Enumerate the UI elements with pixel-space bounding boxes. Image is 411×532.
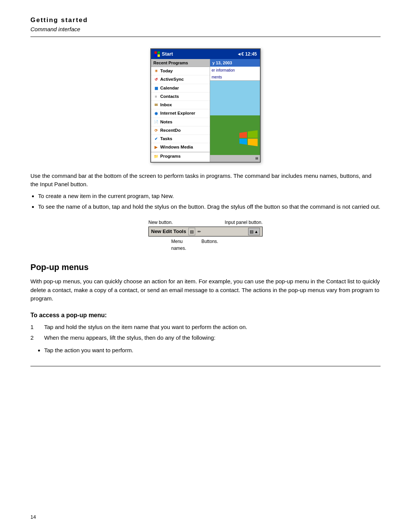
cmd-bar-icon-grid: ▤ bbox=[188, 228, 195, 236]
cmd-bar-text: New Edit Tools bbox=[151, 228, 186, 235]
section-header: Recent Programs bbox=[151, 59, 210, 67]
pda-taskbar: ▤ bbox=[210, 155, 260, 162]
menu-item-inbox[interactable]: ✉ Inbox bbox=[151, 101, 210, 109]
menu-item-ie[interactable]: ◉ Internet Explorer bbox=[151, 109, 210, 118]
wmedia-icon: ▶ bbox=[153, 145, 159, 150]
svg-rect-0 bbox=[155, 51, 157, 54]
menu-item-notes[interactable]: 📄 Notes bbox=[151, 118, 210, 126]
menu-item-today[interactable]: ☀ Today bbox=[151, 67, 210, 75]
cmd-menu-names-label: Menunames. bbox=[171, 238, 186, 252]
inbox-label: Inbox bbox=[160, 102, 172, 108]
contacts-label: Contacts bbox=[160, 93, 179, 100]
cmd-bar: New Edit Tools ▤ ✏ ▤ ▲ bbox=[148, 227, 263, 237]
body-text: Use the command bar at the bottom of the… bbox=[30, 172, 381, 211]
body-paragraph-1: Use the command bar at the bottom of the… bbox=[30, 172, 381, 189]
menu-item-programs[interactable]: 📁 Programs bbox=[151, 152, 210, 161]
menu-item-calendar[interactable]: ▦ Calendar bbox=[151, 84, 210, 93]
menu-item-contacts[interactable]: ≡ Contacts bbox=[151, 93, 210, 101]
screenshot-container: Start ◄€ 12:45 Recent Programs ☀ Today ↺… bbox=[30, 48, 381, 163]
cmd-label-new-button: New button. bbox=[148, 219, 173, 226]
bullet-item-2: To see the name of a button, tap and hol… bbox=[38, 203, 381, 211]
settings-label: Settings bbox=[160, 161, 177, 163]
tasks-icon: ✔ bbox=[153, 136, 159, 142]
cmd-sub-labels: Menunames. Buttons. bbox=[171, 238, 263, 252]
cmd-label-input-panel: Input panel button. bbox=[225, 219, 263, 226]
popup-body-text: With pop-up menus, you can quickly choos… bbox=[30, 277, 381, 303]
cmd-bar-right: ▤ ▲ bbox=[248, 228, 260, 236]
popup-subheading: To access a pop-up menu: bbox=[30, 311, 381, 320]
ie-icon: ◉ bbox=[153, 111, 159, 116]
wmedia-label: Windows Media bbox=[160, 144, 193, 150]
svg-rect-2 bbox=[155, 54, 157, 57]
start-label: Start bbox=[154, 50, 173, 58]
chapter-subtitle: Command interface bbox=[30, 25, 381, 34]
footer-rule bbox=[30, 366, 381, 366]
appts-text: ments bbox=[210, 74, 260, 81]
cmd-labels-row: New button. Input panel button. bbox=[148, 219, 263, 226]
menu-item-wmedia[interactable]: ▶ Windows Media bbox=[151, 143, 210, 152]
settings-icon: ⚙ bbox=[153, 162, 159, 162]
programs-icon: 📁 bbox=[153, 153, 159, 159]
numbered-item-2: 2 When the menu appears, lift the stylus… bbox=[30, 334, 381, 342]
bullet-item-1: To create a new item in the current prog… bbox=[38, 192, 381, 201]
page-number: 14 bbox=[30, 514, 36, 520]
activesync-label: ActiveSync bbox=[160, 76, 184, 83]
menu-item-tasks[interactable]: ✔ Tasks bbox=[151, 135, 210, 143]
inbox-icon: ✉ bbox=[153, 102, 159, 108]
notes-label: Notes bbox=[160, 119, 172, 125]
menu-item-recentdo[interactable]: ⟳ RecentDo bbox=[151, 126, 210, 135]
ie-label: Internet Explorer bbox=[160, 110, 195, 117]
numbered-list: 1 Tap and hold the stylus on the item na… bbox=[30, 323, 381, 342]
cmd-diagram-inner: New button. Input panel button. New Edit… bbox=[148, 219, 263, 252]
recentdo-icon: ⟳ bbox=[153, 128, 159, 133]
date-bar: y 13, 2003 bbox=[210, 59, 260, 67]
popup-bullet-list: Tap the action you want to perform. bbox=[44, 346, 381, 355]
windows-flag-icon bbox=[154, 51, 160, 57]
popup-section-heading: Pop-up menus bbox=[30, 261, 381, 273]
step-text-2: When the menu appears, lift the stylus, … bbox=[44, 334, 215, 342]
start-text: Start bbox=[162, 50, 173, 58]
header-divider bbox=[30, 37, 381, 37]
step-text-1: Tap and hold the stylus on the item name… bbox=[44, 323, 247, 332]
menu-item-settings[interactable]: ⚙ Settings bbox=[151, 161, 210, 163]
recentdo-label: RecentDo bbox=[160, 127, 181, 134]
cmd-input-panel-icon: ▤ bbox=[250, 228, 253, 235]
contacts-icon: ≡ bbox=[153, 94, 159, 99]
svg-rect-3 bbox=[158, 54, 160, 57]
today-icon: ☀ bbox=[153, 69, 159, 74]
programs-label: Programs bbox=[160, 153, 181, 160]
step-number-1: 1 bbox=[30, 323, 38, 332]
taskbar-icon: ▤ bbox=[255, 156, 258, 161]
chapter-title: Getting started bbox=[30, 15, 381, 25]
popup-bullet-1: Tap the action you want to perform. bbox=[44, 346, 381, 355]
time-text: ◄€ 12:45 bbox=[237, 51, 257, 58]
bullet-list: To create a new item in the current prog… bbox=[38, 192, 381, 211]
pda-desktop: y 13, 2003 er information ments ▤ bbox=[210, 59, 260, 162]
calendar-label: Calendar bbox=[160, 85, 179, 91]
cmd-input-panel-arrow: ▲ bbox=[254, 228, 258, 235]
cmd-buttons-label: Buttons. bbox=[201, 238, 218, 252]
numbered-item-1: 1 Tap and hold the stylus on the item na… bbox=[30, 323, 381, 332]
activesync-icon: ↺ bbox=[153, 77, 159, 82]
windows-logo-icon bbox=[239, 129, 258, 147]
pda-screen: Start ◄€ 12:45 Recent Programs ☀ Today ↺… bbox=[150, 48, 261, 163]
menu-item-activesync[interactable]: ↺ ActiveSync bbox=[151, 75, 210, 84]
page-footer: 14 bbox=[30, 513, 36, 521]
notes-icon: 📄 bbox=[153, 119, 159, 125]
cmd-bar-icon-pencil: ✏ bbox=[198, 228, 201, 235]
popup-paragraph: With pop-up menus, you can quickly choos… bbox=[30, 277, 381, 303]
pda-titlebar: Start ◄€ 12:45 bbox=[151, 49, 260, 59]
step-number-2: 2 bbox=[30, 334, 38, 342]
pda-menu: Recent Programs ☀ Today ↺ ActiveSync ▦ C… bbox=[151, 59, 210, 162]
time-area: ◄€ 12:45 bbox=[237, 51, 257, 58]
tasks-label: Tasks bbox=[160, 136, 172, 142]
pda-sky bbox=[210, 81, 260, 155]
pda-main: Recent Programs ☀ Today ↺ ActiveSync ▦ C… bbox=[151, 59, 260, 162]
calendar-icon: ▦ bbox=[153, 85, 159, 91]
info-text: er information bbox=[210, 67, 260, 74]
chapter-header: Getting started Command interface bbox=[30, 15, 381, 34]
today-label: Today bbox=[160, 68, 173, 74]
cmd-bar-left: New Edit Tools ▤ ✏ bbox=[151, 228, 201, 236]
svg-rect-1 bbox=[158, 51, 160, 54]
cmd-diagram: New button. Input panel button. New Edit… bbox=[30, 219, 381, 252]
